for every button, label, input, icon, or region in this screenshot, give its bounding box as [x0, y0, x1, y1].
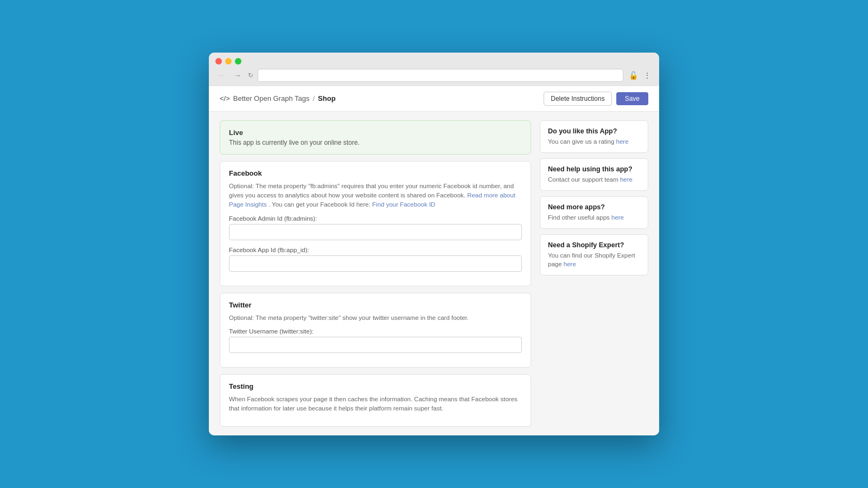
breadcrumb-app-name[interactable]: Better Open Graph Tags [233, 94, 310, 102]
more-apps-desc: Find other useful apps here [548, 213, 640, 222]
back-button[interactable]: ← [215, 70, 227, 81]
rating-card: Do you like this App? You can give us a … [540, 120, 648, 153]
live-title: Live [229, 129, 522, 137]
app-body: Live This app is currently live on your … [209, 112, 659, 436]
delete-instructions-button[interactable]: Delete Instructions [544, 92, 611, 106]
expert-link[interactable]: here [564, 261, 576, 267]
extension-icon[interactable]: 🔓 [628, 70, 639, 81]
facebook-admin-id-input[interactable] [229, 224, 522, 240]
rating-card-desc: You can give us a rating here [548, 137, 640, 146]
live-status-card: Live This app is currently live on your … [220, 120, 531, 155]
browser-window: ← → ↻ 🔓 ⋮ </> Better Open Graph Tags / S… [209, 53, 659, 436]
help-card-title: Need help using this app? [548, 165, 640, 173]
menu-icon[interactable]: ⋮ [642, 70, 653, 81]
more-apps-text: Find other useful apps [548, 214, 611, 221]
facebook-app-id-input[interactable] [229, 255, 522, 272]
rating-desc-text: You can give us a rating [548, 138, 616, 145]
minimize-button[interactable] [225, 58, 232, 65]
refresh-button[interactable]: ↻ [248, 72, 253, 79]
help-card-desc: Contact our support team here [548, 175, 640, 184]
forward-button[interactable]: → [232, 70, 244, 81]
support-link[interactable]: here [620, 176, 633, 183]
breadcrumb: </> Better Open Graph Tags / Shop [220, 94, 336, 102]
app-icon: </> [220, 94, 230, 102]
facebook-app-id-group: Facebook App Id (fb:app_id): [229, 247, 522, 272]
expert-card-title: Need a Shopify Expert? [548, 241, 640, 249]
main-content: Live This app is currently live on your … [220, 120, 531, 427]
facebook-title: Facebook [229, 169, 522, 177]
more-apps-link[interactable]: here [611, 214, 624, 221]
twitter-username-group: Twitter Username (twitter:site): [229, 328, 522, 353]
help-card: Need help using this app? Contact our su… [540, 158, 648, 191]
traffic-lights [215, 58, 653, 65]
facebook-desc-text2: . You can get your Facebook Id here: [269, 201, 371, 208]
testing-description: When Facebook scrapes your page it then … [229, 395, 522, 414]
breadcrumb-separator: / [312, 94, 315, 102]
sidebar: Do you like this App? You can give us a … [540, 120, 648, 427]
browser-content: </> Better Open Graph Tags / Shop Delete… [209, 86, 659, 436]
testing-section-card: Testing When Facebook scrapes your page … [220, 374, 531, 427]
twitter-title: Twitter [229, 301, 522, 309]
expert-desc-text: You can find our Shopify Expert page [548, 252, 635, 267]
twitter-username-input[interactable] [229, 337, 522, 353]
twitter-username-label: Twitter Username (twitter:site): [229, 328, 522, 335]
close-button[interactable] [215, 58, 222, 65]
rating-link[interactable]: here [616, 138, 629, 145]
twitter-description: Optional: The meta property "twitter:sit… [229, 313, 522, 323]
more-apps-title: Need more apps? [548, 203, 640, 211]
facebook-admin-id-group: Facebook Admin Id (fb:admins): [229, 215, 522, 240]
browser-chrome: ← → ↻ 🔓 ⋮ [209, 53, 659, 86]
rating-card-title: Do you like this App? [548, 127, 640, 135]
help-desc-text: Contact our support team [548, 176, 620, 183]
expert-card: Need a Shopify Expert? You can find our … [540, 234, 648, 275]
live-description: This app is currently live on your onlin… [229, 139, 522, 146]
twitter-section-card: Twitter Optional: The meta property "twi… [220, 293, 531, 368]
url-bar[interactable] [258, 69, 623, 82]
save-button[interactable]: Save [616, 92, 648, 105]
facebook-app-id-label: Facebook App Id (fb:app_id): [229, 247, 522, 253]
facebook-admin-id-label: Facebook Admin Id (fb:admins): [229, 215, 522, 222]
expert-card-desc: You can find our Shopify Expert page her… [548, 251, 640, 268]
more-apps-card: Need more apps? Find other useful apps h… [540, 196, 648, 229]
header-actions: Delete Instructions Save [544, 92, 648, 106]
facebook-section-card: Facebook Optional: The meta property "fb… [220, 161, 531, 286]
testing-title: Testing [229, 382, 522, 390]
browser-toolbar: ← → ↻ 🔓 ⋮ [215, 69, 653, 86]
facebook-description: Optional: The meta property "fb:admins" … [229, 182, 522, 210]
fullscreen-button[interactable] [235, 58, 241, 65]
breadcrumb-current: Shop [318, 94, 336, 102]
app-header: </> Better Open Graph Tags / Shop Delete… [209, 86, 659, 112]
find-facebook-id-link[interactable]: Find your Facebook ID [372, 201, 435, 208]
toolbar-icons: 🔓 ⋮ [628, 70, 653, 81]
